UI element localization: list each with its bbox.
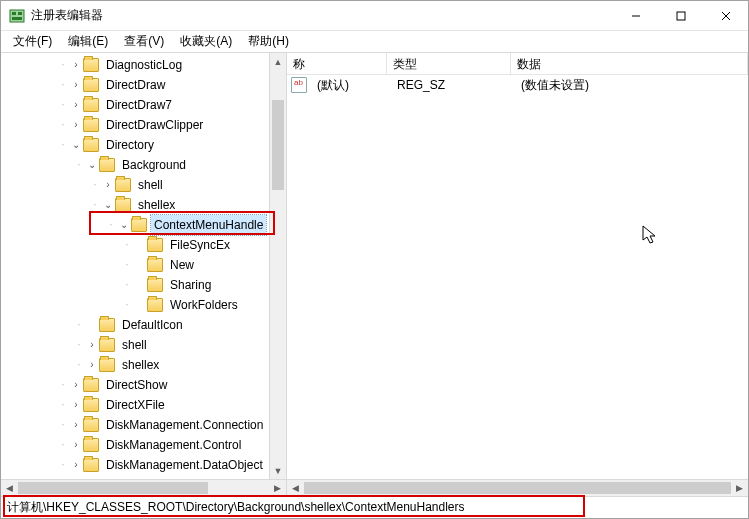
list-row[interactable]: (默认)REG_SZ(数值未设置) [287,75,748,95]
chevron-down-icon[interactable]: ⌄ [117,218,131,232]
chevron-right-icon[interactable]: › [69,78,83,92]
tree-node-label: WorkFolders [167,295,241,315]
tree-hscrollbar[interactable]: ◀ ▶ [1,479,286,496]
tree-node-label: shellex [135,195,178,215]
svg-rect-2 [18,12,22,15]
tree-node[interactable]: ·DefaultIcon [1,315,286,335]
tree-node[interactable]: ·›DirectDrawClipper [1,115,286,135]
tree-connector: · [73,155,85,175]
cell-data: (数值未设置) [515,77,595,94]
scroll-thumb[interactable] [304,482,731,494]
menu-edit[interactable]: 编辑(E) [60,31,116,52]
tree-twisty-none [133,278,147,292]
chevron-right-icon[interactable]: › [85,358,99,372]
scroll-up-icon[interactable]: ▲ [270,53,286,70]
menu-view[interactable]: 查看(V) [116,31,172,52]
tree-node[interactable]: ·›DirectDraw [1,75,286,95]
tree-pane: ·›DiagnosticLog·›DirectDraw·›DirectDraw7… [1,53,287,496]
tree-connector: · [121,235,133,255]
status-path: 计算机\HKEY_CLASSES_ROOT\Directory\Backgrou… [7,499,465,516]
tree-node[interactable]: ·›shell [1,335,286,355]
col-type[interactable]: 类型 [387,53,511,74]
tree-node[interactable]: ·⌄Directory [1,135,286,155]
chevron-right-icon[interactable]: › [69,458,83,472]
menu-favorites[interactable]: 收藏夹(A) [172,31,240,52]
tree-connector: · [121,295,133,315]
scroll-thumb[interactable] [272,100,284,190]
main-split: ·›DiagnosticLog·›DirectDraw·›DirectDraw7… [1,53,748,496]
col-name[interactable]: 称 [287,53,387,74]
chevron-down-icon[interactable]: ⌄ [85,158,99,172]
folder-icon [83,118,99,132]
tree-node[interactable]: ·›DiagnosticLog [1,55,286,75]
tree-vscrollbar[interactable]: ▲ ▼ [269,53,286,479]
tree-node[interactable]: ·›shellex [1,355,286,375]
tree-node-label: DiskManagement.DataObject [103,455,266,475]
svg-rect-3 [12,17,22,20]
chevron-down-icon[interactable]: ⌄ [101,198,115,212]
tree-node-label: DiskManagement.Control [103,435,244,455]
tree-connector: · [89,175,101,195]
menu-help[interactable]: 帮助(H) [240,31,297,52]
chevron-right-icon[interactable]: › [85,338,99,352]
tree-node[interactable]: ·⌄Background [1,155,286,175]
folder-icon [99,158,115,172]
cell-name: (默认) [311,77,391,94]
tree-node-label: Background [119,155,189,175]
list-body[interactable]: (默认)REG_SZ(数值未设置) [287,75,748,95]
chevron-right-icon[interactable]: › [69,438,83,452]
chevron-right-icon[interactable]: › [69,118,83,132]
tree-twisty-none [133,298,147,312]
folder-icon [83,398,99,412]
chevron-right-icon[interactable]: › [69,378,83,392]
tree-node[interactable]: ·›DirectShow [1,375,286,395]
scroll-left-icon[interactable]: ◀ [1,480,18,497]
col-data[interactable]: 数据 [511,53,748,74]
tree-node-label: shell [119,335,150,355]
scroll-right-icon[interactable]: ▶ [269,480,286,497]
string-value-icon [291,77,307,93]
close-button[interactable] [703,1,748,31]
tree-node[interactable]: ·FileSyncEx [1,235,286,255]
folder-icon [147,278,163,292]
tree-node-label: DirectShow [103,375,170,395]
chevron-right-icon[interactable]: › [69,418,83,432]
tree-node[interactable]: ·›DirectDraw7 [1,95,286,115]
scroll-left-icon[interactable]: ◀ [287,480,304,497]
menubar: 文件(F) 编辑(E) 查看(V) 收藏夹(A) 帮助(H) [1,31,748,53]
window-buttons [613,1,748,30]
tree-connector: · [57,75,69,95]
tree-node[interactable]: ·›DiskManagement.DataObject [1,455,286,475]
tree-node[interactable]: ·⌄ContextMenuHandle [1,215,286,235]
tree-node[interactable]: ·WorkFolders [1,295,286,315]
tree-node[interactable]: ·›DiskManagement.Connection [1,415,286,435]
menu-file[interactable]: 文件(F) [5,31,60,52]
tree-node[interactable]: ·⌄shellex [1,195,286,215]
tree-node[interactable]: ·›DirectXFile [1,395,286,415]
tree-node-label: FileSyncEx [167,235,233,255]
registry-tree[interactable]: ·›DiagnosticLog·›DirectDraw·›DirectDraw7… [1,53,286,477]
chevron-right-icon[interactable]: › [69,58,83,72]
tree-node[interactable]: ·Sharing [1,275,286,295]
tree-connector: · [57,415,69,435]
chevron-right-icon[interactable]: › [69,398,83,412]
folder-icon [83,78,99,92]
tree-node[interactable]: ·›DiskManagement.Control [1,435,286,455]
folder-icon [83,98,99,112]
tree-connector: · [57,435,69,455]
tree-node[interactable]: ·›shell [1,175,286,195]
scroll-thumb[interactable] [18,482,208,494]
tree-node-label: Directory [103,135,157,155]
chevron-down-icon[interactable]: ⌄ [69,138,83,152]
tree-node-label: shellex [119,355,162,375]
chevron-right-icon[interactable]: › [69,98,83,112]
maximize-button[interactable] [658,1,703,31]
scroll-right-icon[interactable]: ▶ [731,480,748,497]
statusbar: 计算机\HKEY_CLASSES_ROOT\Directory\Backgrou… [1,496,748,518]
chevron-right-icon[interactable]: › [101,178,115,192]
svg-rect-1 [12,12,16,15]
tree-node[interactable]: ·New [1,255,286,275]
scroll-down-icon[interactable]: ▼ [270,462,286,479]
minimize-button[interactable] [613,1,658,31]
values-hscrollbar[interactable]: ◀ ▶ [287,479,748,496]
